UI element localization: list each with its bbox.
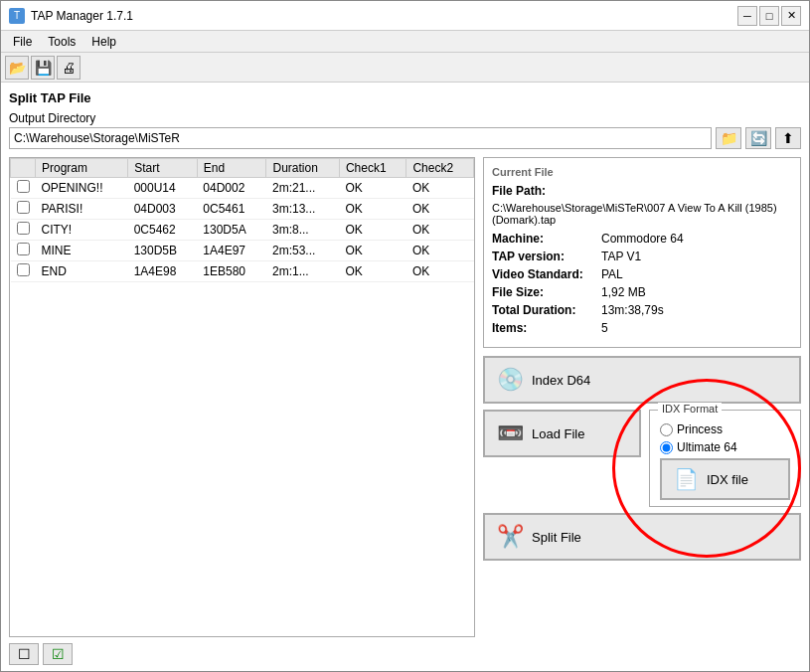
output-dir-label: Output Directory <box>9 111 801 125</box>
machine-label: Machine: <box>492 232 601 246</box>
row-start-4: 1A4E98 <box>128 261 198 282</box>
index-d64-label: Index D64 <box>532 373 590 388</box>
menu-help[interactable]: Help <box>83 33 124 51</box>
close-button[interactable]: ✕ <box>781 6 801 26</box>
row-checkbox-1[interactable] <box>17 201 30 214</box>
row-check2-1: OK <box>406 199 474 220</box>
row-checkbox-0[interactable] <box>17 180 30 193</box>
items-value: 5 <box>601 321 792 335</box>
row-program-0: OPENING!! <box>36 178 128 199</box>
split-file-icon: ✂️ <box>497 524 524 550</box>
check-all-button[interactable]: ☑ <box>43 643 73 665</box>
items-row: Items: 5 <box>492 321 792 335</box>
split-layout: Program Start End Duration Check1 Check2 <box>9 157 801 665</box>
idx-file-button[interactable]: 📄 IDX file <box>660 458 790 500</box>
table-row: CITY! 0C5462 130D5A 3m:8... OK OK <box>11 220 474 241</box>
col-checkbox <box>11 159 36 178</box>
filepath-label: File Path: <box>492 184 601 198</box>
main-content: Split TAP File Output Directory 📁 🔄 ⬆ <box>1 83 809 672</box>
col-check1: Check1 <box>339 159 406 178</box>
row-start-1: 04D003 <box>128 199 198 220</box>
index-d64-button[interactable]: 💿 Index D64 <box>483 356 801 404</box>
row-checkbox-cell[interactable] <box>11 220 36 241</box>
row-checkbox-3[interactable] <box>17 243 30 255</box>
radio-princess[interactable] <box>660 423 673 436</box>
col-program: Program <box>36 159 128 178</box>
minimize-button[interactable]: ─ <box>737 6 757 26</box>
col-start: Start <box>128 159 198 178</box>
output-dir-input[interactable] <box>9 127 712 149</box>
load-file-button[interactable]: 📼 Load File <box>483 410 641 457</box>
video-std-label: Video Standard: <box>492 267 601 281</box>
panel-title: Split TAP File <box>9 90 801 105</box>
video-std-value: PAL <box>601 267 792 281</box>
row-end-1: 0C5461 <box>197 199 266 220</box>
radio-ultimate64-row: Ultimate 64 <box>660 440 790 454</box>
window-title: TAP Manager 1.7.1 <box>31 9 133 23</box>
row-checkbox-cell[interactable] <box>11 261 36 282</box>
row-checkbox-cell[interactable] <box>11 241 36 261</box>
title-bar: T TAP Manager 1.7.1 ─ □ ✕ <box>1 1 809 31</box>
total-duration-label: Total Duration: <box>492 303 601 317</box>
idx-format-box: IDX Format Princess Ultimate 64 📄 <box>649 410 801 507</box>
idx-file-icon: 📄 <box>674 467 699 491</box>
up-button[interactable]: ⬆ <box>775 127 801 149</box>
tap-version-label: TAP version: <box>492 250 601 263</box>
row-start-3: 130D5B <box>128 241 198 261</box>
row-start-2: 0C5462 <box>128 220 198 241</box>
menu-bar: File Tools Help <box>1 31 809 53</box>
row-checkbox-4[interactable] <box>17 263 30 276</box>
col-duration: Duration <box>266 159 339 178</box>
row-program-3: MINE <box>36 241 128 261</box>
output-dir-section: Output Directory 📁 🔄 ⬆ <box>9 111 801 149</box>
output-dir-row: 📁 🔄 ⬆ <box>9 127 801 149</box>
toolbar-print[interactable]: 🖨 <box>57 56 81 80</box>
toolbar-open[interactable]: 📂 <box>5 56 29 80</box>
row-end-4: 1EB580 <box>197 261 266 282</box>
file-size-value: 1,92 MB <box>601 285 792 299</box>
tap-version-row: TAP version: TAP V1 <box>492 250 792 263</box>
browse-button[interactable]: 📁 <box>716 127 741 149</box>
load-file-icon: 📼 <box>497 420 524 446</box>
refresh-button[interactable]: 🔄 <box>745 127 771 149</box>
index-d64-icon: 💿 <box>497 367 524 393</box>
radio-ultimate64[interactable] <box>660 441 673 454</box>
items-label: Items: <box>492 321 601 335</box>
current-file-box: Current File File Path: C:\Warehouse\Sto… <box>483 157 801 348</box>
radio-princess-row: Princess <box>660 422 790 436</box>
split-file-label: Split File <box>532 530 581 545</box>
row-check2-4: OK <box>406 261 474 282</box>
split-file-button[interactable]: ✂️ Split File <box>483 513 801 561</box>
table-row: MINE 130D5B 1A4E97 2m:53... OK OK <box>11 241 474 261</box>
row-check2-3: OK <box>406 241 474 261</box>
toolbar-save[interactable]: 💾 <box>31 56 55 80</box>
row-program-4: END <box>36 261 128 282</box>
row-check1-3: OK <box>339 241 406 261</box>
row-start-0: 000U14 <box>128 178 198 199</box>
maximize-button[interactable]: □ <box>759 6 779 26</box>
col-end: End <box>197 159 266 178</box>
row-check2-2: OK <box>406 220 474 241</box>
right-panel: Current File File Path: C:\Warehouse\Sto… <box>483 157 801 665</box>
row-program-1: PARISI! <box>36 199 128 220</box>
title-bar-left: T TAP Manager 1.7.1 <box>9 8 133 24</box>
app-icon: T <box>9 8 25 24</box>
bottom-row: ☐ ☑ <box>9 643 475 665</box>
row-checkbox-cell[interactable] <box>11 178 36 199</box>
menu-tools[interactable]: Tools <box>40 33 83 51</box>
select-all-button[interactable]: ☐ <box>9 643 39 665</box>
left-panel: Program Start End Duration Check1 Check2 <box>9 157 475 665</box>
row-checkbox-cell[interactable] <box>11 199 36 220</box>
row-end-3: 1A4E97 <box>197 241 266 261</box>
filepath-value: C:\Warehouse\Storage\MiSTeR\007 A View T… <box>492 202 792 226</box>
radio-princess-label: Princess <box>677 422 723 436</box>
video-std-row: Video Standard: PAL <box>492 267 792 281</box>
current-file-title: Current File <box>492 166 792 178</box>
menu-file[interactable]: File <box>5 33 40 51</box>
table-header-row: Program Start End Duration Check1 Check2 <box>11 159 474 178</box>
window-controls: ─ □ ✕ <box>737 6 801 26</box>
row-duration-2: 3m:8... <box>266 220 339 241</box>
row-duration-3: 2m:53... <box>266 241 339 261</box>
file-table-container[interactable]: Program Start End Duration Check1 Check2 <box>9 157 475 637</box>
row-checkbox-2[interactable] <box>17 222 30 235</box>
